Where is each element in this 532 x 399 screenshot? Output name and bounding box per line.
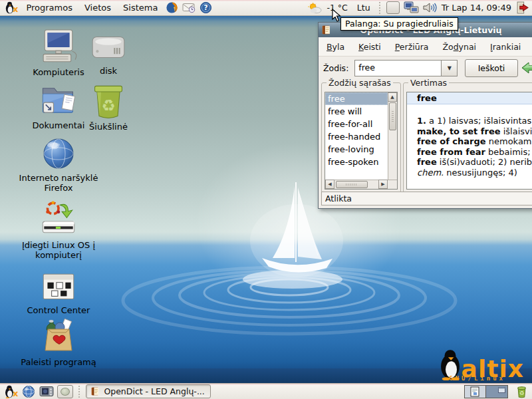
firefox-launcher-icon[interactable] — [166, 1, 178, 14]
definition-line: free of charge nemokama — [417, 136, 532, 147]
scroll-up-button[interactable]: ▲ — [388, 92, 397, 102]
mail-launcher-icon[interactable] — [182, 2, 196, 13]
menu-keisti[interactable]: Keisti — [358, 42, 381, 52]
top-panel: x Programos Vietos Sistema ? — [0, 0, 532, 16]
word-list-item-selected[interactable]: free — [325, 92, 388, 105]
show-desktop-icon — [61, 388, 70, 396]
desktop-icon-firefox[interactable]: Interneto naršyklė Firefox — [9, 136, 108, 193]
opendict-book-icon — [90, 386, 100, 396]
menu-irankiai[interactable]: Įrankiai — [490, 42, 521, 52]
wordlist-frame-label: Žodžių sąrašas — [327, 78, 393, 88]
menu-zodynai[interactable]: Žodynai — [442, 42, 476, 52]
desktop-icon-label: Šiukšlinė — [89, 122, 128, 132]
scroll-right-button[interactable]: ▶ — [378, 180, 388, 189]
vscroll-thumb[interactable] — [389, 102, 396, 130]
trash-applet-icon[interactable]: ♻ — [515, 385, 528, 398]
translation-frame: Vertimas free 1. a 1) laisvas; išlaisvin… — [403, 82, 532, 193]
menu-sistema[interactable]: Sistema — [117, 0, 164, 15]
volume-speaker-icon[interactable] — [423, 2, 437, 13]
translation-frame-label: Vertimas — [408, 78, 449, 88]
svg-text:♻: ♻ — [519, 389, 525, 396]
word-list-item[interactable]: free-handed — [325, 130, 388, 143]
logout-icon[interactable] — [516, 1, 529, 14]
word-label: Žodis: — [323, 63, 348, 73]
vertical-scrollbar[interactable]: ▲ ▼ — [388, 92, 397, 180]
desktop-icon-label: Paleisti programą — [21, 357, 96, 367]
opendict-window: OpenDict - LED Anglų-Lietuvių Byla Keist… — [318, 22, 532, 209]
translation-body: 1. a 1) laisvas; išlaisvintas; t make, t… — [407, 116, 532, 178]
keyboard-layout-indicator[interactable]: Ltu — [357, 3, 370, 13]
web-globe-icon[interactable] — [22, 385, 35, 398]
translation-view[interactable]: free 1. a 1) laisvas; išlaisvintas; t ma… — [406, 92, 532, 190]
notification-area-button[interactable] — [386, 1, 400, 14]
baltix-menu-icon[interactable]: x — [5, 1, 18, 14]
search-button[interactable]: Ieškoti — [465, 59, 518, 77]
hard-disk-icon — [90, 32, 127, 64]
word-list-item[interactable]: free-spoken — [325, 156, 388, 168]
desktop-icon-disk[interactable]: disk — [59, 32, 158, 76]
back-arrow-button[interactable] — [521, 61, 532, 74]
taskbar-drag-handle[interactable] — [76, 386, 82, 398]
window-menubar: Byla Keisti Peržiūra Žodynai Įrankiai Pa… — [319, 37, 532, 57]
word-combobox[interactable]: free ▼ — [354, 60, 458, 76]
desktop-icon-install-linux[interactable]: Įdiegti Linux OS į kompiuterį — [9, 200, 108, 260]
combo-dropdown-button[interactable]: ▼ — [441, 60, 458, 76]
menu-perziura[interactable]: Peržiūra — [395, 42, 429, 52]
network-computers-icon[interactable] — [404, 1, 419, 14]
definition-line: 1. a 1) laisvas; išlaisvintas; t — [417, 116, 532, 126]
globe-browser-icon — [41, 136, 76, 171]
clock[interactable]: Tr Lap 14, 09:49 — [442, 3, 511, 13]
baltix-taskbar-icon[interactable]: x — [4, 385, 18, 398]
desktop-icon-label: Control Center — [27, 305, 90, 315]
word-list-item[interactable]: free-for-all — [325, 118, 388, 130]
definition-line: free from fear bebaimis; t — [417, 147, 532, 158]
word-list-item[interactable]: free-loving — [325, 143, 388, 156]
definition-line: make, to set free išlaisvin — [417, 126, 532, 137]
install-os-icon — [38, 200, 79, 238]
desktop-icon-run-program[interactable]: Paleisti programą — [9, 318, 108, 367]
weather-applet-icon[interactable] — [308, 2, 322, 14]
window-statusbar: Atlikta — [321, 192, 532, 205]
definition-line: chem. nesusijungęs; 4) — [417, 168, 532, 178]
run-program-bag-icon — [40, 318, 77, 355]
horizontal-scrollbar[interactable]: ◀ ▶ — [325, 180, 397, 189]
definition-line: free iš(si)vaduoti; 2) neribo — [417, 157, 532, 168]
menu-vietos[interactable]: Vietos — [78, 0, 117, 15]
task-button-opendict[interactable]: OpenDict - LED Anglų-... — [86, 384, 211, 398]
desktop-icon-control-center[interactable]: Control Center — [9, 273, 108, 315]
word-list-item[interactable]: free will — [325, 105, 388, 118]
svg-text:♻: ♻ — [101, 96, 115, 115]
applet-drag-handle[interactable] — [377, 2, 383, 14]
bottom-panel: x — [0, 383, 532, 399]
translation-headword: free — [407, 92, 532, 104]
desktop-icon-label: Interneto naršyklė Firefox — [9, 173, 108, 193]
search-toolbar: Žodis: free ▼ Ieškoti — [319, 57, 532, 80]
desktop-icon-label: Įdiegti Linux OS į kompiuterį — [12, 240, 105, 260]
help-launcher-icon[interactable]: ? — [200, 1, 212, 14]
control-center-icon — [39, 273, 78, 303]
screen: { "colors": { "selection": "#9db0c4", "t… — [0, 0, 532, 399]
task-button-label: OpenDict - LED Anglų-... — [104, 386, 204, 396]
show-desktop-button[interactable] — [57, 385, 73, 398]
mouse-cursor — [332, 9, 342, 23]
menu-byla[interactable]: Byla — [327, 42, 344, 52]
scroll-left-button[interactable]: ◀ — [325, 180, 334, 189]
wordlist-frame: Žodžių sąrašas free free will free-for-a… — [321, 82, 401, 193]
hscroll-thumb[interactable] — [336, 181, 368, 188]
workspace-switcher[interactable] — [464, 385, 508, 398]
workspace-2[interactable] — [486, 386, 507, 398]
desktop-icon-trash[interactable]: ♻ Šiukšlinė — [59, 82, 158, 132]
workspace-1[interactable] — [465, 386, 486, 398]
gnu-linux-label: GNU/Linux — [449, 375, 505, 382]
word-list[interactable]: free free will free-for-all free-handed … — [325, 92, 398, 190]
video-app-icon[interactable] — [39, 385, 54, 398]
word-entry[interactable]: free — [354, 60, 441, 76]
weather-tooltip: Palanga: Su pragiedruliais — [340, 17, 458, 31]
menu-programos[interactable]: Programos — [20, 0, 78, 15]
trash-icon: ♻ — [90, 82, 127, 120]
svg-text:?: ? — [204, 3, 208, 11]
desktop-icon-label: disk — [100, 66, 117, 76]
